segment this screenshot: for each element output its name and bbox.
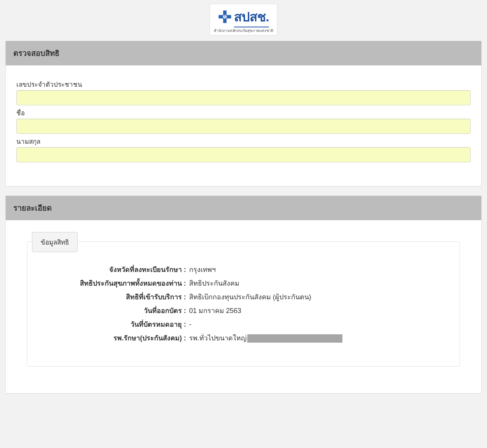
rights-info-legend: ข้อมูลสิทธิ <box>32 232 78 252</box>
issue-date-value: 01 มกราคม 2563 <box>189 306 448 316</box>
info-row-issue-date: วันที่ออกบัตร : 01 มกราคม 2563 <box>39 306 448 316</box>
service-rights-value: สิทธิเบิกกองทุนประกันสังคม (ผู้ประกันตน) <box>189 292 448 302</box>
expire-date-value: - <box>189 319 448 329</box>
last-name-label: นามสกุล <box>16 136 471 146</box>
hospital-label: รพ.รักษา(ประกันสังคม) : <box>39 333 189 343</box>
province-value: กรุงเทพฯ <box>189 265 448 275</box>
hospital-value: รพ.ทั่วไปขนาดใหญ่ <box>189 333 448 343</box>
expire-date-label: วันที่บัตรหมดอายุ : <box>39 319 189 329</box>
issue-date-label: วันที่ออกบัตร : <box>39 306 189 316</box>
rights-info-fieldset: ข้อมูลสิทธิ จังหวัดที่ลงทะเบียนรักษา : ก… <box>27 241 460 367</box>
first-name-label: ชื่อ <box>16 108 471 118</box>
health-rights-value: สิทธิประกันสังคม <box>189 278 448 288</box>
check-rights-panel: ตรวจสอบสิทธิ เลขประจำตัวประชาชน ชื่อ นาม… <box>5 41 482 186</box>
first-name-input[interactable] <box>16 119 471 134</box>
health-rights-label: สิทธิประกันสุขภาพทั้งหมดของท่าน : <box>39 278 189 288</box>
logo-subtitle: สำนักงานหลักประกันสุขภาพแห่งชาติ <box>214 28 273 33</box>
logo-container: สปสช. สำนักงานหลักประกันสุขภาพแห่งชาติ <box>0 4 487 35</box>
info-row-province: จังหวัดที่ลงทะเบียนรักษา : กรุงเทพฯ <box>39 265 448 275</box>
hospital-value-text: รพ.ทั่วไปขนาดใหญ่ <box>189 333 247 343</box>
logo-title: สปสช. <box>234 6 269 27</box>
service-rights-label: สิทธิที่เข้ารับบริการ : <box>39 292 189 302</box>
details-header: รายละเอียด <box>6 196 481 220</box>
details-panel: รายละเอียด ข้อมูลสิทธิ จังหวัดที่ลงทะเบี… <box>5 195 482 394</box>
province-label: จังหวัดที่ลงทะเบียนรักษา : <box>39 265 189 275</box>
check-rights-header: ตรวจสอบสิทธิ <box>6 41 481 65</box>
info-row-expire-date: วันที่บัตรหมดอายุ : - <box>39 319 448 329</box>
citizen-id-input[interactable] <box>16 90 471 105</box>
medical-cross-icon <box>218 10 232 24</box>
logo-box: สปสช. สำนักงานหลักประกันสุขภาพแห่งชาติ <box>210 4 277 35</box>
svg-point-4 <box>224 15 226 16</box>
info-row-health-rights: สิทธิประกันสุขภาพทั้งหมดของท่าน : สิทธิป… <box>39 278 448 288</box>
citizen-id-label: เลขประจำตัวประชาชน <box>16 79 471 89</box>
last-name-input[interactable] <box>16 147 471 162</box>
info-row-hospital: รพ.รักษา(ประกันสังคม) : รพ.ทั่วไปขนาดใหญ… <box>39 333 448 343</box>
redacted-block <box>247 334 342 343</box>
info-row-service-rights: สิทธิที่เข้ารับบริการ : สิทธิเบิกกองทุนป… <box>39 292 448 302</box>
